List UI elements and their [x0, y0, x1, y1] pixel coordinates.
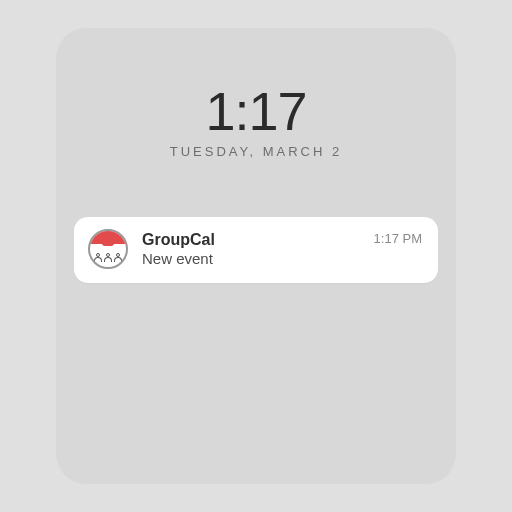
- notification-app-name: GroupCal: [142, 230, 360, 249]
- notification-card[interactable]: GroupCal New event 1:17 PM: [74, 217, 438, 283]
- notification-text: GroupCal New event: [142, 230, 360, 269]
- notification-message: New event: [142, 250, 360, 269]
- lock-screen: 1:17 TUESDAY, MARCH 2 GroupCal New event…: [56, 28, 456, 484]
- notification-timestamp: 1:17 PM: [374, 231, 422, 246]
- clock-block: 1:17 TUESDAY, MARCH 2: [56, 84, 456, 159]
- clock-date: TUESDAY, MARCH 2: [56, 144, 456, 159]
- groupcal-app-icon: [88, 229, 128, 269]
- clock-time: 1:17: [56, 84, 456, 138]
